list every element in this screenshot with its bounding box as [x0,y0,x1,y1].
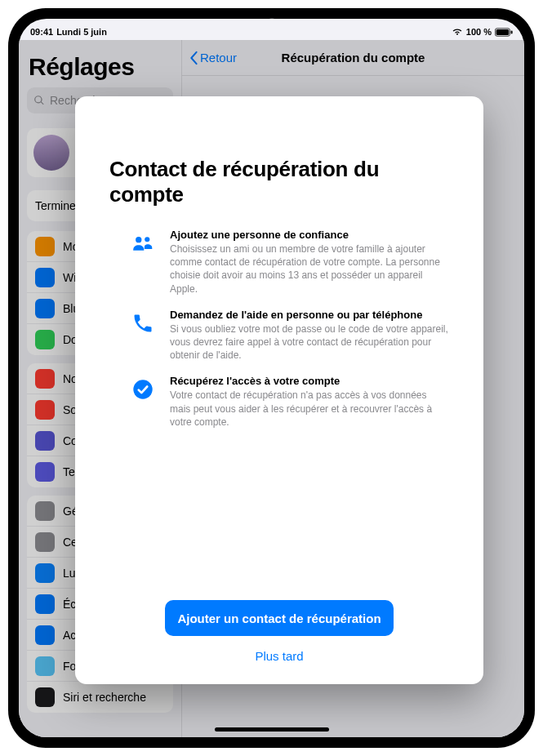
sheet-footer: Ajouter un contact de récupération Plus … [109,600,449,663]
svg-point-4 [145,237,149,242]
sounds-icon [35,400,55,420]
feature-heading: Récupérez l'accès à votre compte [170,375,449,387]
sheet-title: Contact de récupération du compte [109,157,449,207]
status-time: 09:41 [30,27,53,37]
detail-navbar: Retour Récupération du compte [182,40,524,76]
svg-rect-1 [496,29,510,34]
screen: 09:41 Lundi 5 juin 100 % [19,19,524,737]
feature-phone-help: Demandez de l'aide en personne ou par té… [109,309,449,362]
accessibility-icon [35,625,55,645]
battery-text: 100 % [466,27,492,37]
feature-heading: Demandez de l'aide en personne ou par té… [170,309,449,321]
wifi-icon [452,28,463,36]
feature-body: Votre contact de récupération n'a pas ac… [170,389,449,429]
homescreen-icon [35,594,55,614]
feature-heading: Ajoutez une personne de confiance [170,229,449,241]
status-date: Lundi 5 juin [56,27,107,37]
detail-title: Récupération du compte [282,51,425,64]
siri-icon [35,687,55,707]
svg-point-3 [136,237,141,242]
settings-title: Réglages [19,47,181,81]
control-center-icon [35,532,55,552]
notifications-icon [35,369,55,389]
screentime-icon [35,462,55,482]
home-indicator[interactable] [215,727,329,732]
people-icon [131,231,155,256]
wallpaper-icon [35,656,55,676]
chevron-left-icon [189,51,198,65]
airplane-icon [35,237,55,256]
battery-icon [495,28,513,37]
focus-icon [35,431,55,451]
status-bar: 09:41 Lundi 5 juin 100 % [19,24,524,40]
brightness-icon [35,563,55,583]
checkmark-circle-icon [131,377,155,402]
later-link[interactable]: Plus tard [255,649,303,663]
feature-body: Choisissez un ami ou un membre de votre … [170,242,449,296]
sidebar-item[interactable]: Siri et recherche [27,682,173,713]
feature-trusted-person: Ajoutez une personne de confiance Choisi… [109,229,449,296]
feature-body: Si vous oubliez votre mot de passe ou le… [170,322,449,362]
avatar [33,135,69,171]
bluetooth-icon [35,299,55,318]
recovery-contact-sheet: Contact de récupération du compte Ajoute… [75,96,483,684]
cellular-icon [35,330,55,349]
sidebar-item-label: Siri et recherche [63,691,146,704]
svg-point-5 [133,380,152,399]
back-label: Retour [200,51,237,64]
general-icon [35,501,55,521]
feature-recover-access: Récupérez l'accès à votre compte Votre c… [109,375,449,429]
svg-rect-2 [511,30,513,33]
wifi-settings-icon [35,268,55,287]
add-recovery-contact-button[interactable]: Ajouter un contact de récupération [165,600,394,636]
device-frame: 09:41 Lundi 5 juin 100 % [8,8,535,748]
search-icon [33,95,45,106]
phone-icon [131,311,155,336]
back-button[interactable]: Retour [189,51,237,65]
